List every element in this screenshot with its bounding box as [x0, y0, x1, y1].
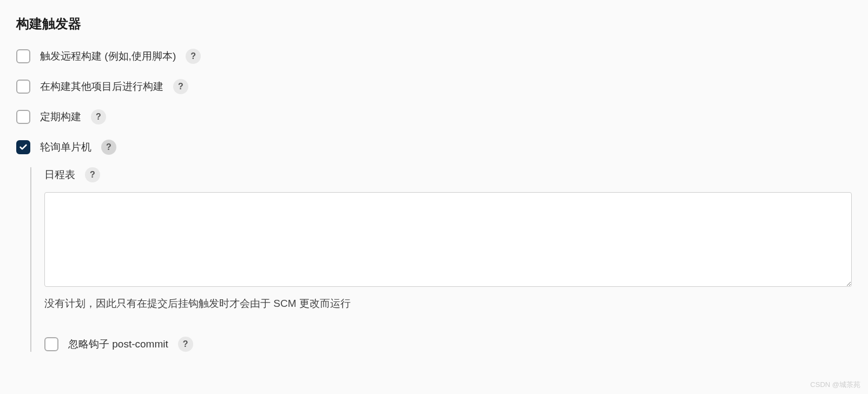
help-icon[interactable]: ?	[101, 140, 116, 155]
trigger-poll-scm-label: 轮询单片机	[40, 140, 91, 154]
trigger-after-other-checkbox[interactable]	[16, 80, 30, 94]
schedule-label: 日程表	[44, 168, 75, 182]
trigger-periodic-row: 定期构建 ?	[16, 109, 852, 124]
help-icon[interactable]: ?	[186, 49, 201, 64]
trigger-poll-scm-row: 轮询单片机 ?	[16, 140, 852, 155]
trigger-after-other-row: 在构建其他项目后进行构建 ?	[16, 79, 852, 94]
trigger-remote-checkbox[interactable]	[16, 49, 30, 63]
trigger-remote-label: 触发远程构建 (例如,使用脚本)	[40, 49, 176, 63]
schedule-label-row: 日程表 ?	[44, 167, 852, 182]
ignore-hook-row: 忽略钩子 post-commit ?	[44, 337, 852, 352]
help-icon[interactable]: ?	[91, 109, 106, 124]
trigger-periodic-checkbox[interactable]	[16, 110, 30, 124]
trigger-poll-scm-checkbox[interactable]	[16, 140, 30, 154]
trigger-remote-row: 触发远程构建 (例如,使用脚本) ?	[16, 49, 852, 64]
trigger-periodic-label: 定期构建	[40, 110, 81, 124]
help-icon[interactable]: ?	[85, 167, 100, 182]
ignore-hook-checkbox[interactable]	[44, 337, 58, 351]
poll-scm-subsection: 日程表 ? 没有计划，因此只有在提交后挂钩触发时才会由于 SCM 更改而运行 忽…	[30, 167, 852, 352]
schedule-textarea[interactable]	[44, 192, 852, 287]
watermark: CSDN @城茶苑	[810, 380, 860, 382]
ignore-hook-label: 忽略钩子 post-commit	[68, 337, 168, 351]
trigger-after-other-label: 在构建其他项目后进行构建	[40, 80, 163, 94]
section-title: 构建触发器	[16, 15, 852, 32]
schedule-hint: 没有计划，因此只有在提交后挂钩触发时才会由于 SCM 更改而运行	[44, 297, 852, 311]
help-icon[interactable]: ?	[173, 79, 188, 94]
help-icon[interactable]: ?	[178, 337, 193, 352]
